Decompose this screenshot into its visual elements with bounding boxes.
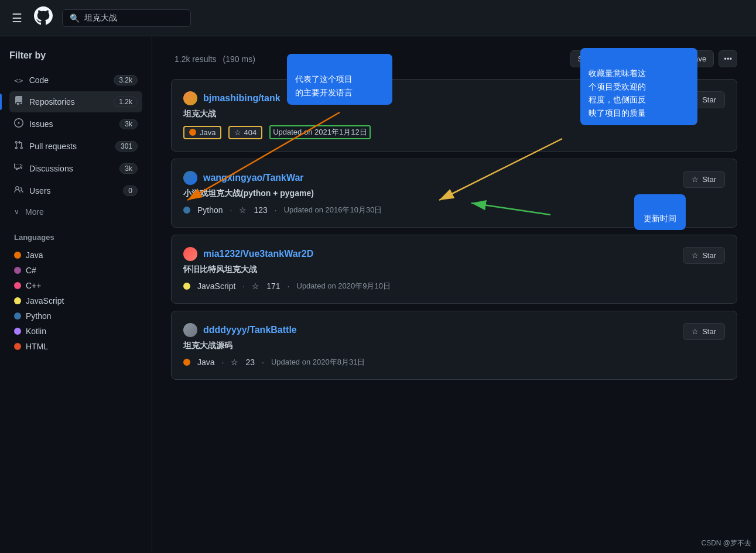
sidebar-item-label-prs: Pull requests [29,142,77,151]
lang-dot-bjmashibing [189,129,196,136]
repo-meta-ddddyyyy: Java · ☆ 23 · Updated on 2020年8月31日 [183,357,683,367]
pr-icon [14,140,23,152]
repo-desc-wangxingyao: 小游戏坦克大战(python + pygame) [183,188,683,199]
star-icon-btn: ☆ [692,251,699,260]
sidebar-badge-repos: 1.2k [114,97,138,107]
sidebar-item-code[interactable]: <> Code 3.2k [9,70,142,90]
github-logo[interactable] [34,6,53,30]
more-label: More [25,207,44,217]
avatar-mia1232 [183,247,197,261]
star-label: Star [702,251,716,260]
csharp-label: C# [26,266,36,275]
star-icon-btn: ☆ [692,175,699,184]
dot-sep-5: · [222,358,224,367]
cpp-label: C++ [26,281,41,290]
lang-badge-bjmashibing: Java [183,126,221,139]
repo-card-ddddyyyy: ddddyyyy/TankBattle 坦克大战源码 Java · ☆ 23 ·… [171,311,737,380]
content-area: 1.2k results (190 ms) Sort by: Best matc… [152,36,756,553]
language-csharp[interactable]: C# [9,263,142,278]
updated-wangxingyao: Updated on 2016年10月30日 [284,205,382,215]
stars-mia1232: 171 [266,281,280,291]
java-dot [14,252,21,259]
js-label: JavaScript [26,296,64,305]
kotlin-label: Kotlin [26,327,46,336]
language-javascript[interactable]: JavaScript [9,293,142,308]
star-button-mia1232[interactable]: ☆ Star [683,247,725,264]
star-icon-btn: ☆ [692,327,699,336]
languages-section-title: Languages [14,233,142,242]
star-label: Star [702,327,716,336]
sidebar-item-label-code: Code [29,75,49,85]
code-icon: <> [14,76,23,85]
sidebar-badge-users: 0 [123,186,138,196]
sidebar-badge-issues: 3k [119,119,138,129]
search-input[interactable] [84,13,178,23]
annotation-lang-tooltip: 代表了这个项目 的主要开发语言 [287,54,392,105]
lang-dot-wangxingyao [183,207,190,214]
repo-desc-ddddyyyy: 坦克大战源码 [183,341,683,351]
repo-meta-bjmashibing: Java ☆ 404 Updated on 2021年1月12日 [183,125,683,139]
results-count: 1.2k results (190 ms) [171,53,255,65]
star-button-wangxingyao[interactable]: ☆ Star [683,171,725,188]
repo-name-wangxingyao[interactable]: wangxingyao/TankWar [203,173,304,183]
star-icon-bjmashibing: ☆ [234,128,241,137]
dot-sep-4: · [288,281,290,291]
repo-icon [14,96,23,108]
annotation-star-tooltip: 收藏量意味着这 个项目受欢迎的 程度，也侧面反 映了项目的质量 [580,48,697,125]
language-cpp[interactable]: C++ [9,278,142,293]
updated-ddddyyyy: Updated on 2020年8月31日 [271,357,365,367]
star-label: Star [702,95,716,104]
repo-name-bjmashibing[interactable]: bjmashibing/tank [203,93,280,104]
sidebar-badge-discussions: 3k [119,163,138,174]
language-python[interactable]: Python [9,308,142,324]
results-time: (190 ms) [223,54,255,64]
annotation-update-tooltip: 更新时间 [634,194,686,230]
search-box[interactable]: 🔍 [62,9,191,27]
language-kotlin[interactable]: Kotlin [9,324,142,339]
repo-meta-wangxingyao: Python · ☆ 123 · Updated on 2016年10月30日 [183,205,683,215]
kotlin-dot [14,328,21,335]
stars-count-bjmashibing: 404 [244,128,256,137]
lang-dot-mia1232 [183,283,190,290]
html-label: HTML [26,342,48,351]
sidebar-item-users[interactable]: Users 0 [9,180,142,201]
js-dot [14,297,21,304]
users-icon [14,185,23,197]
updated-bjmashibing: Updated on 2021年1月12日 [269,125,370,139]
dot-sep-2: · [275,205,277,215]
language-java[interactable]: Java [9,248,142,263]
search-icon: 🔍 [70,13,80,23]
language-html[interactable]: HTML [9,339,142,354]
sidebar-item-pull-requests[interactable]: Pull requests 301 [9,136,142,157]
sidebar-badge-prs: 301 [115,141,138,152]
repo-name-mia1232[interactable]: mia1232/Vue3tankWar2D [203,249,313,259]
lang-name-mia1232: JavaScript [197,281,235,291]
stars-ddddyyyy: 23 [245,358,255,367]
repo-card-mia1232: mia1232/Vue3tankWar2D 怀旧比特风坦克大战 JavaScri… [171,235,737,304]
sidebar-item-label-users: Users [29,186,51,195]
hamburger-icon[interactable]: ☰ [9,9,25,28]
repo-desc-mia1232: 怀旧比特风坦克大战 [183,265,683,275]
sidebar-item-label-issues: Issues [29,119,53,129]
more-options-button[interactable]: ••• [719,50,737,67]
sidebar: Filter by <> Code 3.2k Repositories 1.2k [0,36,152,553]
sidebar-item-issues[interactable]: Issues 3k [9,114,142,135]
sidebar-item-repositories[interactable]: Repositories 1.2k [9,91,142,112]
updated-mia1232: Updated on 2020年9月10日 [297,281,391,291]
sidebar-item-more[interactable]: ∨ More [9,202,142,221]
discussions-icon [14,163,23,174]
sidebar-item-discussions[interactable]: Discussions 3k [9,158,142,179]
dot-sep-6: · [262,358,264,367]
stars-badge-bjmashibing: ☆ 404 [228,126,262,139]
avatar-wangxingyao [183,171,197,185]
cpp-dot [14,282,21,289]
lang-dot-ddddyyyy [183,359,190,366]
java-label: Java [26,250,43,260]
watermark: CSDN @罗不去 [701,538,751,548]
header: ☰ 🔍 [0,0,756,36]
html-dot [14,343,21,350]
sidebar-badge-code: 3.2k [114,75,138,85]
star-button-ddddyyyy[interactable]: ☆ Star [683,323,725,340]
star-icon-mia1232: ☆ [252,281,259,291]
repo-name-ddddyyyy[interactable]: ddddyyyy/TankBattle [203,325,297,335]
